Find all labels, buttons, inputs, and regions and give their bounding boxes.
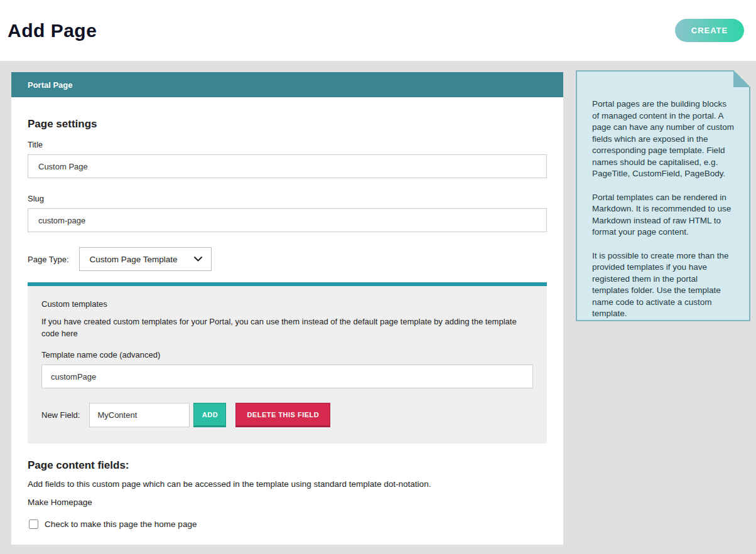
make-homepage-label: Make Homepage: [28, 498, 547, 507]
page-type-label: Page Type:: [28, 255, 69, 264]
page-type-row: Page Type: Custom Page Template: [28, 247, 547, 271]
page-type-select[interactable]: Custom Page Template: [79, 247, 212, 271]
new-field-row: New Field: ADD DELETE THIS FIELD: [41, 403, 533, 427]
chevron-down-icon: [194, 257, 202, 262]
new-field-label: New Field:: [41, 410, 80, 420]
info-paragraph: Portal templates can be rendered in Mark…: [592, 192, 735, 238]
homepage-checkbox-row: Check to make this page the home page: [28, 519, 547, 529]
title-label: Title: [28, 140, 547, 149]
slug-input[interactable]: [28, 208, 547, 232]
info-note: Portal pages are the building blocks of …: [576, 70, 750, 321]
create-button[interactable]: CREATE: [675, 19, 744, 42]
info-paragraph: Portal pages are the building blocks of …: [592, 99, 735, 180]
page-content-fields-section: Page content fields: Add fields to this …: [28, 459, 547, 529]
template-code-label: Template name code (advanced): [41, 350, 533, 360]
folded-corner-icon: [733, 70, 750, 87]
add-field-button[interactable]: ADD: [193, 403, 226, 427]
homepage-checkbox[interactable]: [29, 519, 38, 529]
delete-field-button[interactable]: DELETE THIS FIELD: [235, 403, 330, 427]
page-settings-heading: Page settings: [28, 118, 547, 131]
card-header: Portal Page: [11, 72, 563, 97]
info-paragraph: It is possible to create more than the p…: [592, 250, 735, 320]
top-header: Add Page CREATE: [0, 0, 756, 61]
card-body: Page settings Title Slug Page Type: Cust…: [11, 97, 563, 529]
custom-templates-description: If you have created custom templates for…: [41, 316, 533, 339]
page-title: Add Page: [8, 20, 97, 41]
title-input[interactable]: [28, 154, 547, 178]
portal-page-card: Portal Page Page settings Title Slug Pag…: [11, 72, 563, 545]
new-field-input[interactable]: [89, 403, 190, 427]
custom-templates-heading: Custom templates: [41, 299, 533, 309]
content-fields-heading: Page content fields:: [28, 459, 547, 472]
page-type-selected-value: Custom Page Template: [90, 255, 178, 264]
template-code-input[interactable]: [41, 365, 533, 388]
homepage-checkbox-label: Check to make this page the home page: [45, 519, 197, 529]
custom-templates-section: Custom templates If you have created cus…: [28, 282, 547, 444]
slug-label: Slug: [28, 194, 547, 203]
page: Add Page CREATE Portal Page Page setting…: [0, 0, 756, 554]
content-fields-description: Add fields to this custom page which can…: [28, 479, 547, 489]
card-header-title: Portal Page: [28, 80, 73, 90]
